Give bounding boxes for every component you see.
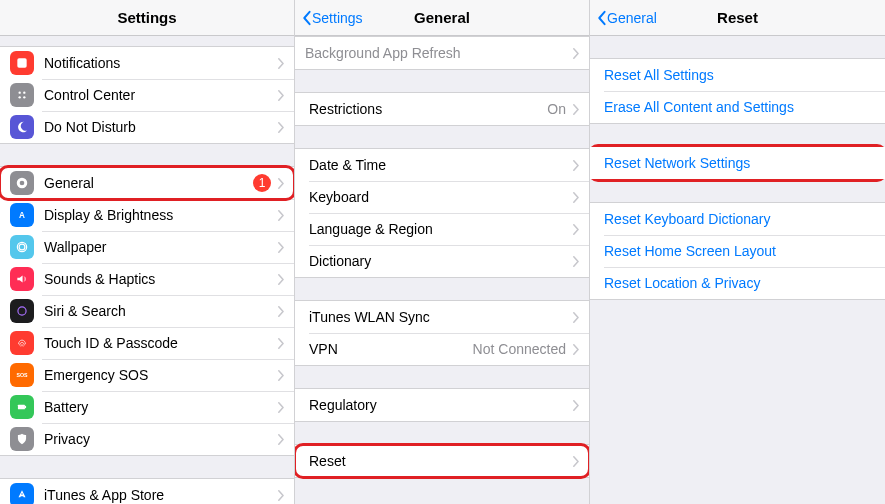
chevron-left-icon — [596, 10, 607, 26]
notifications-icon — [10, 51, 34, 75]
general-row-keyboard[interactable]: Keyboard — [295, 181, 589, 213]
reset-row-reset-all-settings[interactable]: Reset All Settings — [590, 59, 885, 91]
controlcenter-icon — [10, 83, 34, 107]
chevron-right-icon — [277, 58, 284, 69]
svg-point-3 — [19, 96, 21, 98]
chevron-right-icon — [572, 104, 579, 115]
appstore-icon — [10, 483, 34, 504]
row-label: Reset Location & Privacy — [600, 275, 875, 291]
chevron-right-icon — [572, 456, 579, 467]
settings-row-privacy[interactable]: Privacy — [0, 423, 294, 455]
settings-pane: Settings NotificationsControl CenterDo N… — [0, 0, 295, 504]
svg-rect-11 — [25, 406, 26, 408]
row-label: Background App Refresh — [305, 45, 572, 61]
chevron-right-icon — [572, 160, 579, 171]
reset-list[interactable]: Reset All SettingsErase All Content and … — [590, 36, 885, 504]
settings-row-do-not-disturb[interactable]: Do Not Disturb — [0, 111, 294, 143]
chevron-right-icon — [277, 178, 284, 189]
row-label: Sounds & Haptics — [44, 271, 277, 287]
chevron-right-icon — [277, 402, 284, 413]
row-label: Battery — [44, 399, 277, 415]
svg-point-2 — [23, 92, 25, 94]
wallpaper-icon — [10, 235, 34, 259]
settings-row-sounds-haptics[interactable]: Sounds & Haptics — [0, 263, 294, 295]
page-title: Reset — [717, 9, 758, 26]
row-label: Date & Time — [305, 157, 572, 173]
row-label: Wallpaper — [44, 239, 277, 255]
svg-point-8 — [18, 307, 26, 315]
row-label: Regulatory — [305, 397, 572, 413]
row-label: Reset Network Settings — [600, 155, 875, 171]
settings-row-general[interactable]: General1 — [0, 167, 294, 199]
chevron-right-icon — [277, 210, 284, 221]
settings-row-siri-search[interactable]: Siri & Search — [0, 295, 294, 327]
general-row-reset[interactable]: Reset — [295, 445, 589, 477]
chevron-right-icon — [572, 224, 579, 235]
reset-row-erase-all-content-and-settings[interactable]: Erase All Content and Settings — [590, 91, 885, 123]
row-label: Do Not Disturb — [44, 119, 277, 135]
settings-row-notifications[interactable]: Notifications — [0, 47, 294, 79]
row-label: Reset — [305, 453, 572, 469]
reset-pane: General Reset Reset All SettingsErase Al… — [590, 0, 885, 504]
shut-down-button[interactable]: Shut Down — [295, 500, 589, 504]
chevron-right-icon — [277, 274, 284, 285]
chevron-right-icon — [572, 344, 579, 355]
back-button[interactable]: Settings — [301, 10, 363, 26]
page-title: Settings — [117, 9, 176, 26]
row-label: Reset Keyboard Dictionary — [600, 211, 875, 227]
general-row-language-region[interactable]: Language & Region — [295, 213, 589, 245]
row-value: Not Connected — [473, 341, 566, 357]
row-label: Touch ID & Passcode — [44, 335, 277, 351]
general-row-regulatory[interactable]: Regulatory — [295, 389, 589, 421]
settings-row-emergency-sos[interactable]: SOSEmergency SOS — [0, 359, 294, 391]
reset-row-reset-keyboard-dictionary[interactable]: Reset Keyboard Dictionary — [590, 203, 885, 235]
settings-row-touch-id-passcode[interactable]: Touch ID & Passcode — [0, 327, 294, 359]
chevron-right-icon — [277, 338, 284, 349]
svg-point-6 — [19, 244, 25, 250]
privacy-icon — [10, 427, 34, 451]
badge: 1 — [253, 174, 271, 192]
settings-row-display-brightness[interactable]: ADisplay & Brightness — [0, 199, 294, 231]
page-title: General — [414, 9, 470, 26]
settings-list[interactable]: NotificationsControl CenterDo Not Distur… — [0, 36, 294, 504]
chevron-right-icon — [277, 90, 284, 101]
settings-row-battery[interactable]: Battery — [0, 391, 294, 423]
row-label: Privacy — [44, 431, 277, 447]
row-label: VPN — [305, 341, 473, 357]
row-label: Restrictions — [305, 101, 547, 117]
row-label: iTunes WLAN Sync — [305, 309, 572, 325]
general-icon — [10, 171, 34, 195]
chevron-right-icon — [277, 434, 284, 445]
reset-row-reset-network-settings[interactable]: Reset Network Settings — [590, 147, 885, 179]
row-label: Notifications — [44, 55, 277, 71]
display-icon: A — [10, 203, 34, 227]
general-row-date-time[interactable]: Date & Time — [295, 149, 589, 181]
row-background-app-refresh[interactable]: Background App Refresh — [295, 37, 589, 69]
settings-row-control-center[interactable]: Control Center — [0, 79, 294, 111]
chevron-right-icon — [572, 48, 579, 59]
siri-icon — [10, 299, 34, 323]
settings-row-wallpaper[interactable]: Wallpaper — [0, 231, 294, 263]
reset-row-reset-home-screen-layout[interactable]: Reset Home Screen Layout — [590, 235, 885, 267]
chevron-right-icon — [277, 490, 284, 501]
row-label: General — [44, 175, 253, 191]
sounds-icon — [10, 267, 34, 291]
general-list[interactable]: Background App RefreshRestrictionsOnDate… — [295, 36, 589, 504]
battery-icon — [10, 395, 34, 419]
back-label: General — [607, 10, 657, 26]
general-row-dictionary[interactable]: Dictionary — [295, 245, 589, 277]
row-label: iTunes & App Store — [44, 487, 277, 503]
chevron-right-icon — [572, 312, 579, 323]
general-row-restrictions[interactable]: RestrictionsOn — [295, 93, 589, 125]
reset-row-reset-location-privacy[interactable]: Reset Location & Privacy — [590, 267, 885, 299]
row-label: Reset Home Screen Layout — [600, 243, 875, 259]
general-row-itunes-wlan-sync[interactable]: iTunes WLAN Sync — [295, 301, 589, 333]
general-row-vpn[interactable]: VPNNot Connected — [295, 333, 589, 365]
row-label: Display & Brightness — [44, 207, 277, 223]
settings-row-itunes-app-store[interactable]: iTunes & App Store — [0, 479, 294, 504]
chevron-right-icon — [277, 122, 284, 133]
svg-point-4 — [23, 96, 25, 98]
general-pane: Settings General Background App RefreshR… — [295, 0, 590, 504]
chevron-right-icon — [572, 400, 579, 411]
back-button[interactable]: General — [596, 10, 657, 26]
